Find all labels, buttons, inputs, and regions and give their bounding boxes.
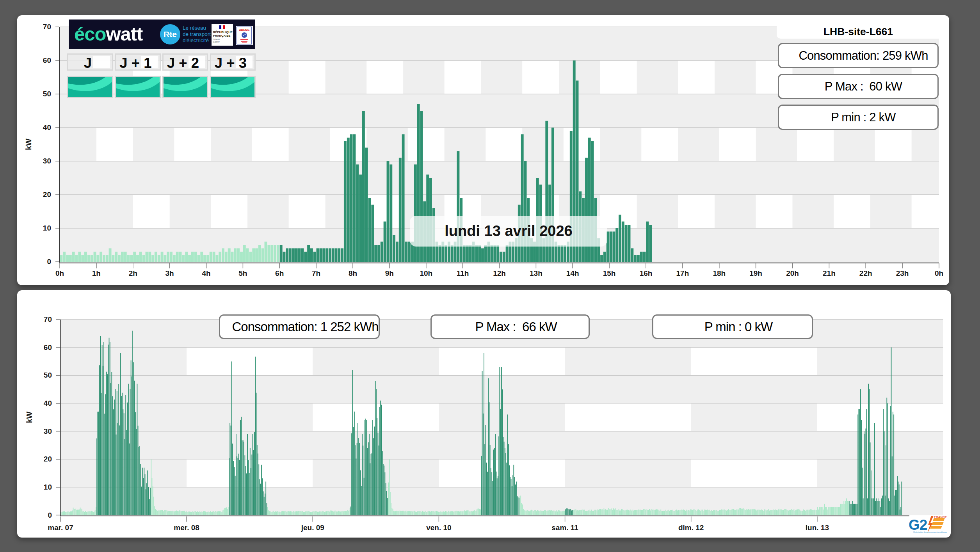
svg-text:G2: G2 [909, 517, 927, 533]
svg-text:60: 60 [44, 343, 52, 351]
svg-text:50: 50 [44, 371, 52, 379]
svg-text:3h: 3h [165, 269, 174, 277]
svg-text:40: 40 [44, 399, 52, 407]
svg-text:6h: 6h [275, 269, 284, 277]
svg-text:13h: 13h [530, 269, 542, 277]
svg-text:5h: 5h [238, 269, 247, 277]
svg-text:11h: 11h [457, 269, 469, 277]
svg-text:60: 60 [43, 56, 51, 64]
svg-text:22h: 22h [859, 269, 872, 277]
svg-text:1h: 1h [92, 269, 101, 277]
svg-text:RÉPUBLIQUE: RÉPUBLIQUE [213, 30, 233, 34]
svg-text:lun. 13: lun. 13 [806, 524, 829, 532]
svg-text:0h: 0h [935, 269, 943, 277]
svg-text:FRANÇAISE: FRANÇAISE [213, 34, 230, 37]
svg-text:Le réseau: Le réseau [183, 25, 206, 31]
svg-text:23h: 23h [896, 269, 909, 277]
svg-text:21h: 21h [823, 269, 836, 277]
svg-text:50: 50 [43, 90, 51, 98]
svg-text:30: 30 [43, 157, 51, 165]
svg-text:19h: 19h [749, 269, 762, 277]
svg-text:Optimisation des ressources én: Optimisation des ressources énergétiques [913, 531, 947, 533]
svg-text:12h: 12h [493, 269, 506, 277]
svg-text:20h: 20h [786, 269, 799, 277]
svg-text:ADEME: ADEME [239, 28, 249, 32]
svg-text:4h: 4h [202, 269, 210, 277]
svg-text:8h: 8h [349, 269, 357, 277]
svg-text:30: 30 [44, 427, 52, 435]
svg-text:10: 10 [43, 224, 51, 232]
svg-text:9h: 9h [385, 269, 394, 277]
svg-text:Égalité: Égalité [213, 41, 220, 43]
svg-text:10h: 10h [420, 269, 432, 277]
svg-text:20: 20 [43, 190, 51, 199]
svg-text:18h: 18h [713, 269, 726, 277]
svg-text:mer. 08: mer. 08 [174, 524, 199, 532]
svg-text:20: 20 [44, 455, 52, 463]
svg-text:15h: 15h [603, 269, 616, 277]
svg-text:de transport: de transport [183, 31, 211, 37]
svg-text:0: 0 [47, 257, 51, 266]
svg-text:ven. 10: ven. 10 [426, 524, 451, 532]
svg-text:7h: 7h [312, 269, 320, 277]
svg-text:dim. 12: dim. 12 [678, 524, 704, 532]
svg-text:0: 0 [48, 511, 52, 519]
svg-text:2h: 2h [129, 269, 137, 277]
svg-text:14h: 14h [566, 269, 579, 277]
svg-text:mar. 07: mar. 07 [48, 524, 73, 532]
svg-text:sam. 11: sam. 11 [551, 524, 578, 532]
svg-text:17h: 17h [676, 269, 689, 277]
svg-text:40: 40 [43, 123, 51, 131]
svg-text:10: 10 [44, 483, 52, 491]
svg-text:70: 70 [43, 23, 51, 31]
svg-text:0h: 0h [55, 269, 64, 277]
svg-text:FRANCE: FRANCE [934, 515, 947, 519]
svg-text:kW: kW [24, 138, 33, 150]
svg-text:70: 70 [44, 315, 52, 323]
svg-text:jeu. 09: jeu. 09 [301, 524, 324, 532]
svg-text:kW: kW [25, 412, 34, 423]
svg-text:16h: 16h [640, 269, 653, 277]
svg-text:d'électricité: d'électricité [183, 37, 209, 43]
